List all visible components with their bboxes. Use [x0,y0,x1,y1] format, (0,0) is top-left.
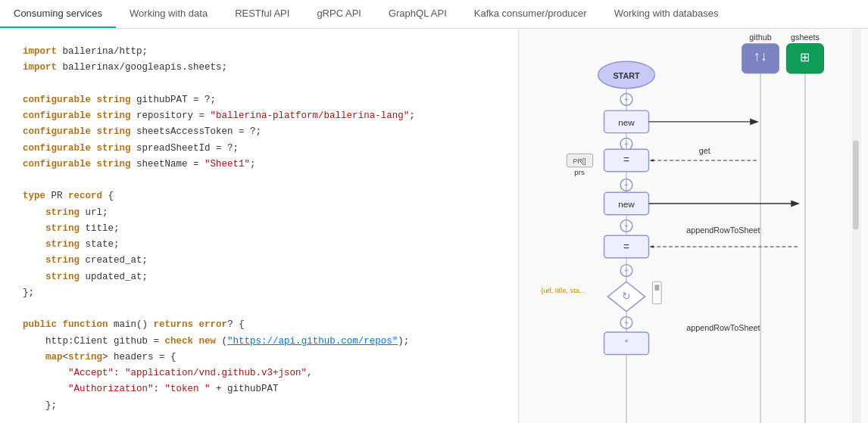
code-line-7: configurable string sheetName = "Sheet1"… [23,157,495,173]
code-line-blank2 [23,173,495,188]
svg-text:appendRowToSheet: appendRowToSheet [686,225,760,235]
svg-text:+: + [624,139,629,148]
svg-text:+: + [624,180,629,189]
tab-working-with-databases[interactable]: Working with databases [601,0,732,28]
code-line-12: string created_at; [23,253,495,269]
svg-text:=: = [623,154,629,166]
svg-text:appendRowToSheet: appendRowToSheet [686,323,760,332]
code-line-3: configurable string githubPAT = ?; [23,92,495,108]
svg-rect-42 [654,285,659,291]
svg-text:⊞: ⊞ [800,51,810,64]
svg-text:=: = [625,338,628,344]
code-line-19: "Authorization": "token " + githubPAT [23,381,495,397]
code-line-blank1 [23,76,495,92]
tab-consuming-services[interactable]: Consuming services [0,0,116,28]
code-line-11: string state; [23,237,495,253]
diagram-svg: ↑↓ github ⊞ gsheets START + new + PR[] p… [519,29,868,423]
code-line-13: string updated_at; [23,269,495,285]
code-line-8: type PR record { [23,188,495,204]
svg-text:=: = [623,241,629,253]
svg-text:PR[]: PR[] [573,157,586,165]
code-line-14: }; [23,285,495,301]
code-panel[interactable]: import ballerina/http; import ballerinax… [0,29,519,423]
svg-text:↑↓: ↑↓ [754,48,767,64]
code-line-9: string url; [23,205,495,221]
code-line-5: configurable string sheetsAccessToken = … [23,124,495,140]
svg-text:new: new [618,199,635,209]
diagram-panel: ↑↓ github ⊞ gsheets START + new + PR[] p… [519,29,868,423]
tab-label-restful-api: RESTful API [235,8,289,19]
code-line-10: string title; [23,221,495,237]
tab-label-kafka: Kafka consumer/producer [474,8,587,19]
svg-text:gsheets: gsheets [791,33,820,42]
tab-kafka[interactable]: Kafka consumer/producer [461,0,601,28]
svg-text:↻: ↻ [622,291,631,302]
code-line-2: import ballerinax/googleapis.sheets; [23,60,495,76]
tab-bar: Consuming services Working with data RES… [0,0,868,29]
code-line-1: import ballerina/http; [23,44,495,60]
code-line-6: configurable string spreadSheetId = ?; [23,141,495,157]
svg-text:get: get [699,146,710,155]
tab-label-graphql-api: GraphQL API [389,8,447,19]
svg-text:prs: prs [574,168,585,176]
tab-restful-api[interactable]: RESTful API [221,0,303,28]
code-line-4: configurable string repository = "baller… [23,108,495,124]
svg-text:+: + [624,318,629,327]
svg-text:+: + [624,266,629,275]
svg-rect-49 [853,140,859,229]
code-line-20: }; [23,398,495,414]
code-line-16: http:Client github = check new ("https:/… [23,334,495,350]
tab-label-working-with-databases: Working with databases [614,8,719,19]
svg-text:github: github [749,33,771,42]
svg-text:new: new [618,117,635,127]
tab-working-with-data[interactable]: Working with data [116,0,221,28]
main-content: import ballerina/http; import ballerinax… [0,29,868,423]
code-line-15: public function main() returns error? { [23,317,495,333]
code-line-18: "Accept": "application/vnd.github.v3+jso… [23,365,495,381]
svg-text:+: + [624,221,629,230]
code-line-17: map<string> headers = { [23,350,495,365]
tab-grpc-api[interactable]: gRPC API [303,0,375,28]
tab-label-grpc-api: gRPC API [317,8,361,19]
svg-text:+: + [624,95,629,104]
tab-graphql-api[interactable]: GraphQL API [375,0,461,28]
svg-text:START: START [613,71,640,80]
code-line-blank3 [23,301,495,317]
tab-label-working-with-data: Working with data [130,8,208,19]
tab-label-consuming-services: Consuming services [14,8,102,19]
svg-text:{url, title, sta...: {url, title, sta... [541,287,585,294]
